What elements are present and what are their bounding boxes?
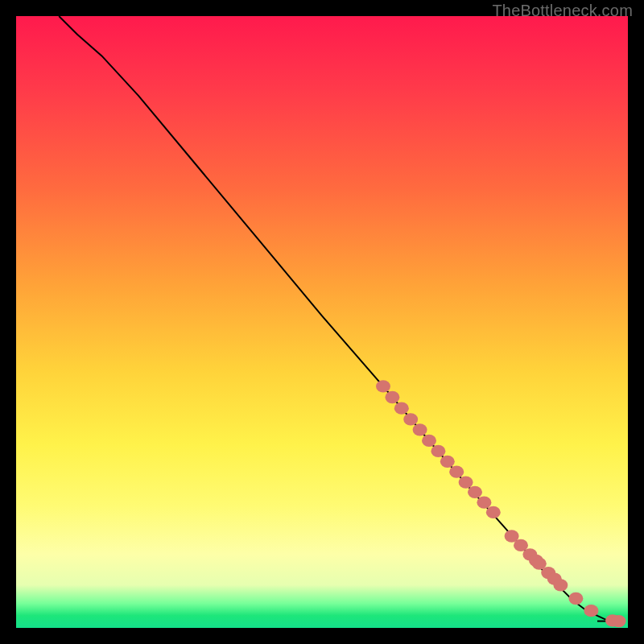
marker-dot <box>376 380 390 392</box>
marker-dot <box>422 435 436 447</box>
marker-dot <box>568 592 583 605</box>
chart-frame: TheBottleneck.com <box>0 0 644 644</box>
marker-group <box>376 380 626 627</box>
marker-dot <box>403 413 418 425</box>
bottleneck-curve <box>59 16 616 621</box>
marker-dot <box>612 615 626 627</box>
marker-dot <box>459 476 473 488</box>
marker-dot <box>449 466 464 478</box>
marker-dot <box>486 506 501 518</box>
marker-dot <box>394 402 409 415</box>
plot-area <box>16 16 628 628</box>
marker-dot <box>468 486 482 498</box>
marker-dot <box>553 579 568 591</box>
marker-dot <box>584 605 598 617</box>
marker-dot <box>385 391 399 403</box>
marker-dot <box>477 497 491 509</box>
marker-dot <box>440 456 455 468</box>
chart-svg <box>16 16 628 628</box>
marker-dot <box>431 445 445 457</box>
marker-dot <box>413 423 427 436</box>
